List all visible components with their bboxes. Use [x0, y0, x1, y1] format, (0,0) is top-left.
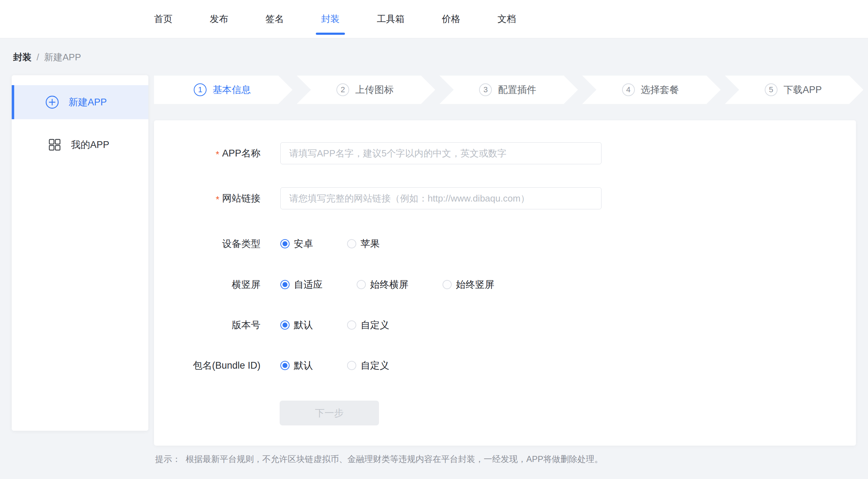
step-select-plan[interactable]: 4 选择套餐 [582, 76, 721, 104]
radio-circle-icon [280, 320, 290, 330]
top-navigation: 首页 发布 签名 封装 工具箱 价格 文档 [0, 0, 868, 38]
site-url-input[interactable] [280, 187, 601, 209]
plus-circle-icon [45, 95, 59, 109]
sidebar-item-new-app[interactable]: 新建APP [12, 85, 148, 119]
step-configure-plugin[interactable]: 3 配置插件 [439, 76, 578, 104]
grid-icon [48, 138, 62, 152]
step-number-badge: 1 [194, 83, 207, 96]
nav-item-price[interactable]: 价格 [442, 0, 460, 38]
nav-item-sign[interactable]: 签名 [265, 0, 284, 38]
step-number-badge: 5 [765, 83, 778, 96]
site-url-label: * 网站链接 [154, 192, 260, 205]
radio-version-default[interactable]: 默认 [280, 319, 313, 331]
radio-circle-icon [280, 239, 290, 248]
tip-prefix: 提示： [155, 453, 181, 465]
breadcrumb-current: 新建APP [44, 51, 81, 64]
form-row-orientation: 横竖屏 自适应 始终横屏 始终竖屏 [154, 278, 856, 291]
breadcrumb: 封装 / 新建APP [13, 51, 81, 64]
radio-circle-icon [347, 239, 356, 248]
radio-always-landscape[interactable]: 始终横屏 [357, 278, 408, 291]
step-label: 上传图标 [355, 83, 394, 96]
radio-circle-icon [280, 361, 290, 370]
step-wizard: 1 基本信息 2 上传图标 3 配置插件 4 选择套餐 5 下载APP [154, 76, 863, 104]
radio-circle-icon [357, 280, 366, 289]
form-row-app-name: * APP名称 [154, 142, 856, 164]
breadcrumb-section[interactable]: 封装 [13, 51, 32, 64]
tip-text: 根据最新平台规则，不允许区块链虚拟币、金融理财类等违规内容在平台封装，一经发现，… [186, 453, 603, 465]
radio-bundle-custom[interactable]: 自定义 [347, 359, 389, 372]
required-asterisk: * [216, 194, 219, 205]
next-step-button[interactable]: 下一步 [280, 401, 379, 425]
bundle-id-label: 包名(Bundle ID) [154, 359, 260, 372]
form-row-site-url: * 网站链接 [154, 187, 856, 209]
sidebar-item-label: 我的APP [71, 138, 109, 151]
nav-item-home[interactable]: 首页 [154, 0, 172, 38]
radio-auto-orientation[interactable]: 自适应 [280, 278, 323, 291]
orientation-label: 横竖屏 [154, 278, 260, 291]
step-label: 基本信息 [213, 83, 251, 96]
step-number-badge: 2 [336, 83, 349, 96]
radio-circle-icon [347, 320, 356, 330]
radio-circle-icon [280, 280, 290, 289]
platform-rule-tip: 提示： 根据最新平台规则，不允许区块链虚拟币、金融理财类等违规内容在平台封装，一… [155, 453, 603, 465]
step-basic-info[interactable]: 1 基本信息 [154, 76, 292, 104]
radio-circle-icon [443, 280, 452, 289]
nav-item-publish[interactable]: 发布 [210, 0, 228, 38]
sidebar: 新建APP 我的APP [12, 75, 148, 431]
sidebar-item-my-app[interactable]: 我的APP [12, 128, 148, 162]
nav-item-package[interactable]: 封装 [321, 0, 340, 38]
step-label: 下载APP [784, 83, 822, 96]
step-upload-icon[interactable]: 2 上传图标 [297, 76, 435, 104]
step-download-app[interactable]: 5 下载APP [725, 76, 863, 104]
radio-bundle-default[interactable]: 默认 [280, 359, 313, 372]
form-row-bundle-id: 包名(Bundle ID) 默认 自定义 [154, 359, 856, 372]
radio-circle-icon [347, 361, 356, 370]
step-number-badge: 4 [622, 83, 635, 96]
radio-ios[interactable]: 苹果 [347, 237, 380, 250]
sidebar-item-label: 新建APP [68, 96, 107, 109]
radio-version-custom[interactable]: 自定义 [347, 319, 389, 331]
nav-item-toolbox[interactable]: 工具箱 [377, 0, 405, 38]
app-name-label: * APP名称 [154, 147, 260, 160]
device-type-label: 设备类型 [154, 237, 260, 250]
step-label: 选择套餐 [641, 83, 679, 96]
step-label: 配置插件 [498, 83, 536, 96]
form-row-version: 版本号 默认 自定义 [154, 319, 856, 331]
radio-android[interactable]: 安卓 [280, 237, 313, 250]
version-label: 版本号 [154, 319, 260, 331]
step-number-badge: 3 [479, 83, 492, 96]
app-name-input[interactable] [280, 142, 601, 164]
form-row-device-type: 设备类型 安卓 苹果 [154, 237, 856, 250]
nav-item-docs[interactable]: 文档 [498, 0, 516, 38]
basic-info-form-card: * APP名称 * 网站链接 设备类型 安卓 苹果 [154, 120, 856, 446]
radio-always-portrait[interactable]: 始终竖屏 [443, 278, 494, 291]
required-asterisk: * [216, 149, 219, 160]
breadcrumb-separator: / [37, 52, 39, 63]
